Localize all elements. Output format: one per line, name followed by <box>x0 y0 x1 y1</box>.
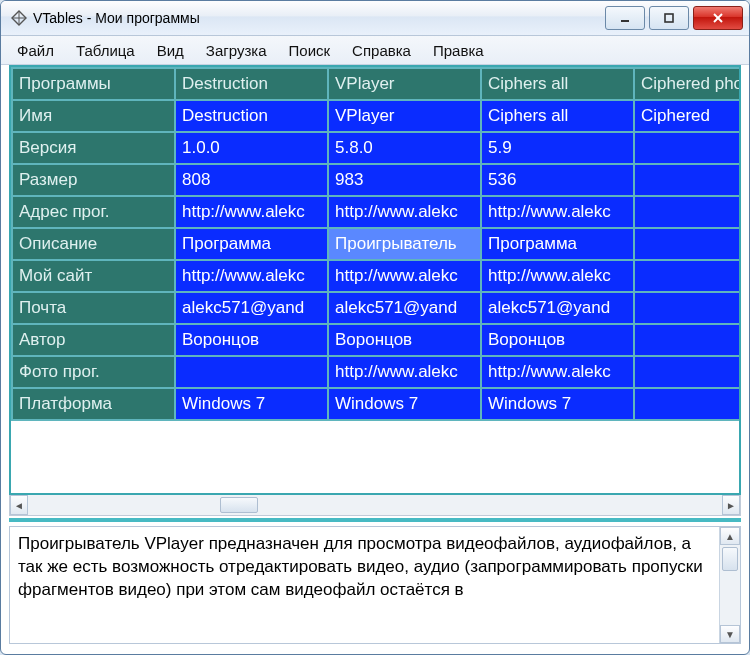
horizontal-scrollbar[interactable]: ◄ ► <box>9 495 741 516</box>
scroll-left-icon[interactable]: ◄ <box>10 495 28 515</box>
col-header[interactable]: Ciphers all <box>481 68 634 100</box>
description-text[interactable]: Проигрыватель VPlayer предназначен для п… <box>10 527 719 643</box>
description-panel: Проигрыватель VPlayer предназначен для п… <box>9 526 741 644</box>
row-header[interactable]: Фото прог. <box>12 356 175 388</box>
app-window: VTables - Мои программы Файл Таблица Вид… <box>0 0 750 655</box>
grid-header-row: Программы Destruction VPlayer Ciphers al… <box>12 68 741 100</box>
grid-cell[interactable]: 5.9 <box>481 132 634 164</box>
menu-bar: Файл Таблица Вид Загрузка Поиск Справка … <box>1 36 749 65</box>
grid-cell[interactable]: Windows 7 <box>175 388 328 420</box>
grid-cell[interactable] <box>634 164 741 196</box>
grid-row: АвторВоронцовВоронцовВоронцов <box>12 324 741 356</box>
grid-cell[interactable]: http://www.alekc <box>481 356 634 388</box>
title-bar: VTables - Мои программы <box>1 1 749 36</box>
window-title: VTables - Мои программы <box>33 10 605 26</box>
row-header[interactable]: Размер <box>12 164 175 196</box>
menu-table[interactable]: Таблица <box>66 39 145 62</box>
grid-cell[interactable]: alekc571@yand <box>175 292 328 324</box>
col-header[interactable]: Destruction <box>175 68 328 100</box>
data-grid[interactable]: Программы Destruction VPlayer Ciphers al… <box>11 67 741 421</box>
client-area: Программы Destruction VPlayer Ciphers al… <box>9 65 741 644</box>
grid-cell[interactable] <box>175 356 328 388</box>
grid-cell[interactable]: Windows 7 <box>481 388 634 420</box>
grid-cell[interactable]: Программа <box>175 228 328 260</box>
grid-cell[interactable]: http://www.alekc <box>481 196 634 228</box>
grid-cell[interactable]: Программа <box>481 228 634 260</box>
scroll-up-icon[interactable]: ▲ <box>720 527 740 545</box>
grid-row: ПлатформаWindows 7Windows 7Windows 7 <box>12 388 741 420</box>
splitter[interactable] <box>9 518 741 522</box>
grid-row: Почтаalekc571@yandalekc571@yandalekc571@… <box>12 292 741 324</box>
grid-row: Адрес прог.http://www.alekchttp://www.al… <box>12 196 741 228</box>
grid-cell[interactable]: VPlayer <box>328 100 481 132</box>
grid-cell[interactable]: http://www.alekc <box>328 196 481 228</box>
grid-cell[interactable]: http://www.alekc <box>175 260 328 292</box>
grid-row: ОписаниеПрограммаПроигрывательПрограмма <box>12 228 741 260</box>
menu-file[interactable]: Файл <box>7 39 64 62</box>
grid-cell[interactable] <box>634 292 741 324</box>
minimize-button[interactable] <box>605 6 645 30</box>
row-header[interactable]: Версия <box>12 132 175 164</box>
col-header[interactable]: Ciphered photos <box>634 68 741 100</box>
row-header[interactable]: Почта <box>12 292 175 324</box>
scroll-thumb[interactable] <box>220 497 258 513</box>
grid-viewport: Программы Destruction VPlayer Ciphers al… <box>9 65 741 495</box>
grid-cell[interactable]: http://www.alekc <box>481 260 634 292</box>
grid-cell[interactable]: alekc571@yand <box>328 292 481 324</box>
grid-cell[interactable]: 1.0.0 <box>175 132 328 164</box>
grid-cell[interactable]: Воронцов <box>328 324 481 356</box>
vertical-scrollbar[interactable]: ▲ ▼ <box>719 527 740 643</box>
row-header[interactable]: Адрес прог. <box>12 196 175 228</box>
grid-row: Мой сайтhttp://www.alekchttp://www.alekc… <box>12 260 741 292</box>
grid-cell[interactable] <box>634 260 741 292</box>
grid-cell[interactable]: Воронцов <box>481 324 634 356</box>
close-button[interactable] <box>693 6 743 30</box>
grid-cell[interactable]: Ciphered <box>634 100 741 132</box>
app-icon <box>11 10 27 26</box>
row-header[interactable]: Мой сайт <box>12 260 175 292</box>
svg-rect-4 <box>665 14 673 22</box>
row-header[interactable]: Платформа <box>12 388 175 420</box>
grid-cell[interactable]: Воронцов <box>175 324 328 356</box>
grid-row: Фото прог.http://www.alekchttp://www.ale… <box>12 356 741 388</box>
grid-cell[interactable]: 983 <box>328 164 481 196</box>
row-header[interactable]: Описание <box>12 228 175 260</box>
scroll-down-icon[interactable]: ▼ <box>720 625 740 643</box>
grid-cell[interactable]: 808 <box>175 164 328 196</box>
grid-cell[interactable]: http://www.alekc <box>175 196 328 228</box>
grid-cell[interactable]: Ciphers all <box>481 100 634 132</box>
grid-cell[interactable] <box>634 196 741 228</box>
grid-cell[interactable]: http://www.alekc <box>328 356 481 388</box>
grid-row: Размер808983536 <box>12 164 741 196</box>
grid-cell[interactable] <box>634 388 741 420</box>
grid-cell[interactable]: 536 <box>481 164 634 196</box>
grid-cell[interactable]: alekc571@yand <box>481 292 634 324</box>
grid-cell[interactable]: Windows 7 <box>328 388 481 420</box>
grid-cell[interactable] <box>634 324 741 356</box>
grid-cell[interactable] <box>634 132 741 164</box>
menu-view[interactable]: Вид <box>147 39 194 62</box>
row-header[interactable]: Имя <box>12 100 175 132</box>
grid-row: Версия1.0.05.8.05.9 <box>12 132 741 164</box>
grid-cell[interactable] <box>634 356 741 388</box>
grid-corner[interactable]: Программы <box>12 68 175 100</box>
grid-cell[interactable] <box>634 228 741 260</box>
grid-cell-selected[interactable]: Проигрыватель <box>328 228 481 260</box>
row-header[interactable]: Автор <box>12 324 175 356</box>
grid-cell[interactable]: 5.8.0 <box>328 132 481 164</box>
menu-load[interactable]: Загрузка <box>196 39 277 62</box>
grid-cell[interactable]: http://www.alekc <box>328 260 481 292</box>
grid-cell[interactable]: Destruction <box>175 100 328 132</box>
maximize-button[interactable] <box>649 6 689 30</box>
grid-row: ИмяDestructionVPlayerCiphers allCiphered <box>12 100 741 132</box>
scroll-thumb[interactable] <box>722 547 738 571</box>
menu-edit[interactable]: Правка <box>423 39 494 62</box>
menu-search[interactable]: Поиск <box>279 39 341 62</box>
scroll-right-icon[interactable]: ► <box>722 495 740 515</box>
menu-help[interactable]: Справка <box>342 39 421 62</box>
col-header[interactable]: VPlayer <box>328 68 481 100</box>
window-buttons <box>605 6 743 30</box>
